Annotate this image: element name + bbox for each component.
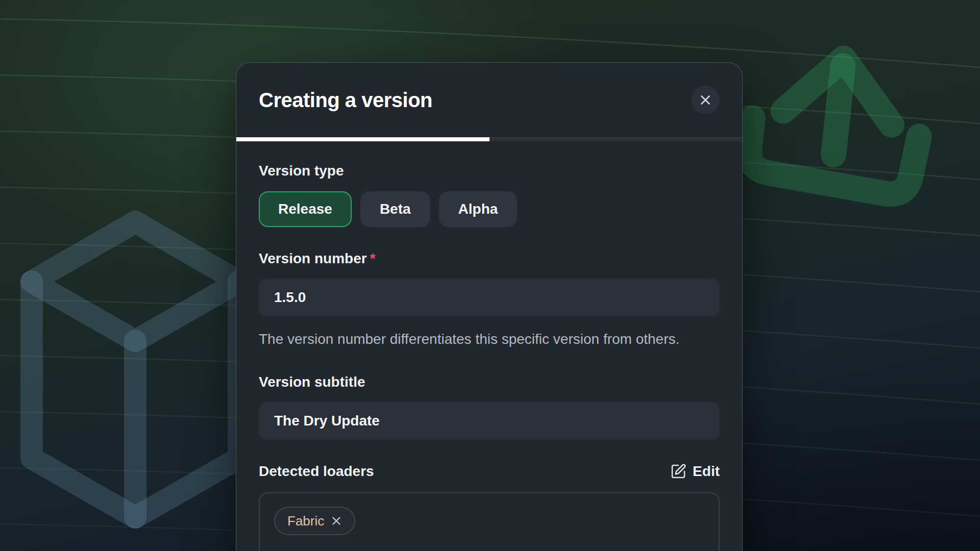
upload-arrow-icon	[746, 49, 926, 196]
modal-body: Version type Release Beta Alpha Version …	[236, 141, 742, 551]
version-type-label: Version type	[259, 163, 720, 179]
required-asterisk: *	[370, 251, 376, 266]
modal-title: Creating a version	[259, 89, 432, 112]
remove-loader-icon[interactable]	[331, 515, 342, 527]
create-version-modal: Creating a version Version type Release …	[236, 62, 743, 551]
detected-loaders-header: Detected loaders Edit	[259, 463, 720, 480]
edit-label: Edit	[693, 463, 720, 480]
detected-loaders-field: Detected loaders Edit Fabric	[259, 463, 720, 551]
loader-chip-fabric: Fabric	[274, 507, 355, 535]
version-number-label-text: Version number	[259, 251, 367, 266]
detected-loaders-box: Fabric	[259, 492, 720, 551]
version-number-input[interactable]	[259, 279, 720, 316]
version-type-options: Release Beta Alpha	[259, 191, 720, 227]
loader-chip-label: Fabric	[287, 513, 324, 529]
detected-loaders-label: Detected loaders	[259, 463, 374, 480]
page-background: Creating a version Version type Release …	[0, 0, 980, 551]
progress-fill	[236, 137, 489, 141]
version-subtitle-label: Version subtitle	[259, 374, 720, 390]
version-subtitle-field: Version subtitle	[259, 374, 720, 440]
version-type-beta-button[interactable]: Beta	[360, 191, 430, 227]
edit-loaders-button[interactable]: Edit	[670, 463, 720, 480]
version-subtitle-input[interactable]	[259, 402, 720, 440]
version-number-field: Version number* The version number diffe…	[259, 251, 720, 350]
version-number-label: Version number*	[259, 251, 720, 267]
version-number-help: The version number differentiates this s…	[259, 328, 698, 350]
close-icon	[699, 93, 712, 107]
version-type-field: Version type Release Beta Alpha	[259, 163, 720, 227]
progress-bar	[236, 137, 742, 141]
square-pen-icon	[670, 463, 687, 480]
modal-header: Creating a version	[236, 63, 742, 137]
version-type-alpha-button[interactable]: Alpha	[439, 191, 518, 227]
package-cube-icon	[32, 222, 239, 517]
close-button[interactable]	[691, 86, 720, 114]
version-type-release-button[interactable]: Release	[259, 191, 352, 227]
